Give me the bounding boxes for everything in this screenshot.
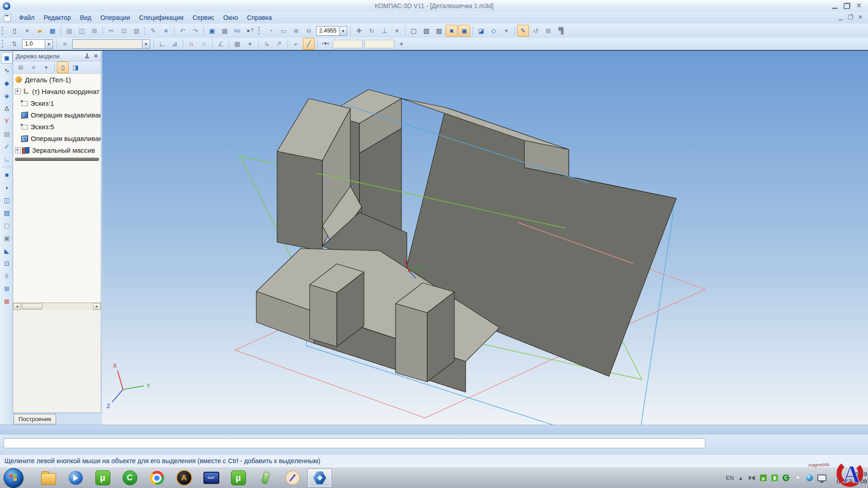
tree-item-7[interactable]: Зеркальный массив	[13, 144, 101, 156]
build-end-marker[interactable]	[15, 158, 99, 161]
rebuild-model[interactable]: ↺	[530, 25, 542, 37]
print[interactable]: ▤	[63, 25, 75, 37]
menu-item-4[interactable]: Операции	[96, 13, 135, 23]
menu-item-6[interactable]: Сервис	[188, 13, 219, 23]
document-icon[interactable]	[4, 14, 11, 22]
grid[interactable]: ▦	[231, 38, 243, 50]
taskbar-daemon-tools[interactable]	[253, 469, 278, 488]
measurements-category[interactable]: Y	[1, 115, 13, 127]
tree-item-4[interactable]: Операция выдавливания	[13, 109, 101, 121]
ortho-drawing[interactable]: ╱	[303, 38, 315, 50]
round-off[interactable]: ⌐	[290, 38, 302, 50]
rotate-view[interactable]: ↻	[366, 25, 377, 37]
propertybar-tab-postroenie[interactable]: Построение	[14, 414, 56, 424]
taskbar-paint[interactable]	[280, 469, 305, 488]
toolbar-grip[interactable]	[258, 27, 262, 35]
close-button[interactable]: ✕	[856, 3, 862, 9]
copy-properties[interactable]: ✎	[147, 25, 159, 37]
zoom-frame[interactable]: ▭	[278, 25, 289, 37]
tree-item-3[interactable]: Эскиз:1	[13, 97, 101, 109]
taskbar-media-player[interactable]	[63, 469, 88, 488]
tree-composition[interactable]: ▯	[57, 61, 69, 73]
sketch[interactable]: ∟	[156, 38, 168, 50]
model-viewport[interactable]: X Y Z	[102, 51, 868, 425]
specification-category[interactable]: ▤	[1, 128, 13, 140]
tree-item-5[interactable]: Эскиз:5	[13, 121, 101, 132]
spatial-curves-category[interactable]: ∿	[1, 65, 13, 76]
expand-icon[interactable]	[15, 147, 21, 153]
current-state-combo-dropdown-icon[interactable]: ▾	[142, 40, 150, 48]
pan-view[interactable]: ✚	[353, 25, 365, 37]
part-prong2-left-face[interactable]	[396, 304, 427, 382]
specification-manager[interactable]: ≡	[160, 25, 172, 37]
taskbar-utorrent-2[interactable]	[226, 469, 250, 488]
window-manager[interactable]: ▣	[206, 25, 218, 37]
new-document[interactable]: ▯	[9, 25, 20, 37]
variables[interactable]: f(x)	[231, 25, 243, 37]
loft-operation[interactable]: ◫	[1, 194, 13, 206]
tree-close-icon[interactable]: ✕	[94, 53, 98, 59]
current-scale-combo-dropdown-icon[interactable]: ▾	[45, 40, 52, 48]
toolbar-grip[interactable]	[2, 40, 6, 48]
calculator[interactable]: ▩	[219, 25, 231, 37]
network-tray[interactable]	[817, 474, 826, 481]
rib-operation[interactable]: ◣	[1, 245, 13, 257]
doc-restore-button[interactable]	[848, 15, 853, 19]
shell-operation[interactable]: ▢	[1, 220, 13, 231]
doc-minimize-button[interactable]	[839, 15, 843, 20]
menu-item-2[interactable]: Редактор	[39, 13, 75, 23]
taskbar-explorer[interactable]	[36, 469, 61, 488]
scroll-right-button[interactable]: ►	[93, 303, 101, 310]
context-help[interactable]: ►?	[244, 25, 256, 37]
pin-icon[interactable]	[85, 53, 89, 59]
action-center-flag[interactable]: ⚑	[794, 474, 802, 482]
taskbar-kmplayer[interactable]	[199, 469, 223, 488]
tree-item-1[interactable]: Деталь (Тел-1)	[13, 74, 101, 85]
bittorrent-tray[interactable]	[783, 474, 789, 481]
local-cs[interactable]: ↳	[261, 38, 273, 50]
perspective-dropdown[interactable]: ▾	[500, 25, 512, 37]
section-display[interactable]: ◪	[475, 25, 487, 37]
tree-structure[interactable]: ⊞	[15, 61, 27, 73]
taskbar-utorrent[interactable]	[90, 469, 115, 488]
show-all[interactable]: ◔	[265, 25, 277, 37]
grid-dropdown[interactable]: ▾	[244, 38, 256, 50]
snap-global[interactable]: ∩	[185, 38, 197, 50]
current-scale-combo[interactable]: 1.0▾	[22, 39, 53, 49]
utorrent-tray[interactable]	[760, 474, 767, 481]
xy-coordinates-icon[interactable]: Y✚X	[320, 38, 331, 50]
orientation[interactable]: ⊥	[378, 25, 390, 37]
zoom-scale-combo-dropdown-icon[interactable]: ▾	[339, 27, 347, 35]
tree-reports[interactable]: ◨	[70, 61, 81, 73]
coordinate-x-field[interactable]	[333, 40, 363, 48]
current-scale-icon[interactable]: ⇅	[9, 38, 20, 50]
restore-button[interactable]	[844, 3, 850, 9]
layers[interactable]: ≡	[59, 38, 71, 50]
cut[interactable]: ✂	[105, 25, 117, 37]
arrange-windows[interactable]: ▜	[555, 25, 567, 37]
new-document-dropdown[interactable]: ▾	[21, 25, 33, 37]
taskbar-chrome[interactable]	[145, 469, 169, 488]
cs-axes[interactable]: ↱	[274, 38, 285, 50]
expand-icon[interactable]	[15, 89, 21, 94]
current-state-combo[interactable]: ▾	[72, 39, 150, 49]
volume-tray[interactable]	[748, 474, 755, 482]
snap-local[interactable]: ∩	[198, 38, 210, 50]
paste[interactable]: ▥	[131, 25, 142, 37]
minimize-button[interactable]	[832, 3, 837, 9]
scroll-left-button[interactable]: ◄	[13, 303, 21, 310]
menu-item-3[interactable]: Вид	[75, 13, 96, 23]
sketch-3d[interactable]: ⊿	[169, 38, 180, 50]
agent-tray[interactable]	[771, 474, 778, 481]
tree-filter-dropdown[interactable]: ▾	[40, 61, 52, 73]
coordinate-y-field[interactable]	[364, 40, 394, 48]
print-preview[interactable]: ◫	[76, 25, 88, 37]
display-shaded[interactable]: ■	[446, 25, 458, 37]
webcam-tray[interactable]	[806, 474, 813, 481]
edit-part-category[interactable]: ◼	[1, 52, 13, 64]
array-operation[interactable]: ⊞	[1, 283, 13, 295]
redo[interactable]: ↷	[189, 25, 201, 37]
menu-item-7[interactable]: Окно	[219, 13, 243, 23]
hide-windows[interactable]: ⊠	[542, 25, 554, 37]
save-document[interactable]: ▦	[47, 25, 58, 37]
